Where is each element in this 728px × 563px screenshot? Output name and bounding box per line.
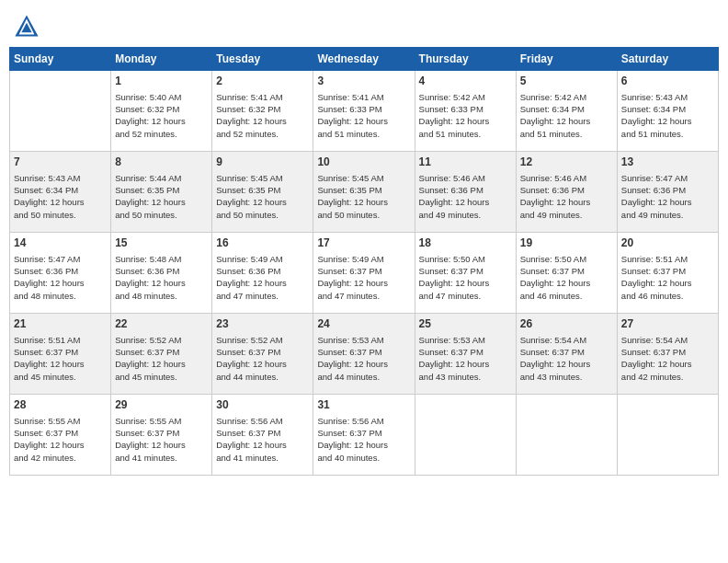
- day-info: Sunrise: 5:53 AM Sunset: 6:37 PM Dayligh…: [419, 334, 512, 383]
- day-number: 25: [419, 316, 512, 332]
- day-cell: 7Sunrise: 5:43 AM Sunset: 6:34 PM Daylig…: [10, 152, 111, 233]
- day-cell: [415, 395, 516, 476]
- week-row-3: 14Sunrise: 5:47 AM Sunset: 6:36 PM Dayli…: [10, 233, 719, 314]
- logo-icon: [14, 14, 40, 40]
- day-number: 29: [115, 397, 208, 413]
- day-cell: [617, 395, 718, 476]
- logo: [14, 14, 41, 40]
- day-info: Sunrise: 5:44 AM Sunset: 6:35 PM Dayligh…: [115, 172, 208, 221]
- day-cell: [10, 71, 111, 152]
- day-cell: [516, 395, 617, 476]
- column-header-monday: Monday: [111, 48, 212, 71]
- day-cell: 23Sunrise: 5:52 AM Sunset: 6:37 PM Dayli…: [212, 314, 313, 395]
- day-cell: 27Sunrise: 5:54 AM Sunset: 6:37 PM Dayli…: [617, 314, 718, 395]
- day-info: Sunrise: 5:56 AM Sunset: 6:37 PM Dayligh…: [317, 415, 410, 464]
- day-cell: 10Sunrise: 5:45 AM Sunset: 6:35 PM Dayli…: [313, 152, 415, 233]
- day-number: 23: [216, 316, 309, 332]
- column-header-tuesday: Tuesday: [212, 48, 313, 71]
- calendar-body: 1Sunrise: 5:40 AM Sunset: 6:32 PM Daylig…: [10, 71, 719, 476]
- day-number: 24: [317, 316, 410, 332]
- day-number: 2: [216, 74, 309, 89]
- day-number: 4: [419, 74, 512, 89]
- calendar-header: SundayMondayTuesdayWednesdayThursdayFrid…: [10, 48, 719, 71]
- day-number: 18: [419, 236, 512, 251]
- day-cell: 12Sunrise: 5:46 AM Sunset: 6:36 PM Dayli…: [516, 152, 617, 233]
- day-number: 26: [520, 316, 613, 332]
- day-info: Sunrise: 5:47 AM Sunset: 6:36 PM Dayligh…: [621, 172, 714, 221]
- day-number: 13: [621, 155, 714, 170]
- day-info: Sunrise: 5:47 AM Sunset: 6:36 PM Dayligh…: [14, 253, 107, 302]
- day-number: 5: [520, 74, 613, 89]
- day-cell: 15Sunrise: 5:48 AM Sunset: 6:36 PM Dayli…: [111, 233, 212, 314]
- day-cell: 2Sunrise: 5:41 AM Sunset: 6:32 PM Daylig…: [212, 71, 313, 152]
- day-info: Sunrise: 5:56 AM Sunset: 6:37 PM Dayligh…: [216, 415, 309, 464]
- day-number: 22: [115, 316, 208, 332]
- day-cell: 14Sunrise: 5:47 AM Sunset: 6:36 PM Dayli…: [10, 233, 111, 314]
- day-cell: 8Sunrise: 5:44 AM Sunset: 6:35 PM Daylig…: [111, 152, 212, 233]
- day-info: Sunrise: 5:46 AM Sunset: 6:36 PM Dayligh…: [520, 172, 613, 221]
- day-cell: 29Sunrise: 5:55 AM Sunset: 6:37 PM Dayli…: [111, 395, 212, 476]
- week-row-2: 7Sunrise: 5:43 AM Sunset: 6:34 PM Daylig…: [10, 152, 719, 233]
- day-info: Sunrise: 5:54 AM Sunset: 6:37 PM Dayligh…: [621, 334, 714, 383]
- day-number: 21: [14, 316, 107, 332]
- week-row-4: 21Sunrise: 5:51 AM Sunset: 6:37 PM Dayli…: [10, 314, 719, 395]
- day-number: 3: [317, 74, 410, 89]
- day-info: Sunrise: 5:51 AM Sunset: 6:37 PM Dayligh…: [621, 253, 714, 302]
- day-info: Sunrise: 5:53 AM Sunset: 6:37 PM Dayligh…: [317, 334, 410, 383]
- day-cell: 26Sunrise: 5:54 AM Sunset: 6:37 PM Dayli…: [516, 314, 617, 395]
- day-cell: 20Sunrise: 5:51 AM Sunset: 6:37 PM Dayli…: [617, 233, 718, 314]
- day-number: 8: [115, 155, 208, 170]
- day-info: Sunrise: 5:52 AM Sunset: 6:37 PM Dayligh…: [115, 334, 208, 383]
- day-number: 1: [115, 74, 208, 89]
- day-info: Sunrise: 5:41 AM Sunset: 6:32 PM Dayligh…: [216, 91, 309, 140]
- day-info: Sunrise: 5:51 AM Sunset: 6:37 PM Dayligh…: [14, 334, 107, 383]
- day-cell: 25Sunrise: 5:53 AM Sunset: 6:37 PM Dayli…: [415, 314, 516, 395]
- day-number: 9: [216, 155, 309, 170]
- day-cell: 19Sunrise: 5:50 AM Sunset: 6:37 PM Dayli…: [516, 233, 617, 314]
- day-info: Sunrise: 5:43 AM Sunset: 6:34 PM Dayligh…: [621, 91, 714, 140]
- day-info: Sunrise: 5:42 AM Sunset: 6:34 PM Dayligh…: [520, 91, 613, 140]
- page-header: [9, 9, 719, 40]
- day-info: Sunrise: 5:55 AM Sunset: 6:37 PM Dayligh…: [14, 415, 107, 464]
- day-cell: 9Sunrise: 5:45 AM Sunset: 6:35 PM Daylig…: [212, 152, 313, 233]
- day-info: Sunrise: 5:52 AM Sunset: 6:37 PM Dayligh…: [216, 334, 309, 383]
- day-cell: 28Sunrise: 5:55 AM Sunset: 6:37 PM Dayli…: [10, 395, 111, 476]
- column-header-friday: Friday: [516, 48, 617, 71]
- day-info: Sunrise: 5:45 AM Sunset: 6:35 PM Dayligh…: [216, 172, 309, 221]
- day-cell: 5Sunrise: 5:42 AM Sunset: 6:34 PM Daylig…: [516, 71, 617, 152]
- day-number: 31: [317, 397, 410, 413]
- column-header-wednesday: Wednesday: [313, 48, 415, 71]
- day-number: 28: [14, 397, 107, 413]
- day-cell: 22Sunrise: 5:52 AM Sunset: 6:37 PM Dayli…: [111, 314, 212, 395]
- day-number: 30: [216, 397, 309, 413]
- day-number: 19: [520, 236, 613, 251]
- day-number: 20: [621, 236, 714, 251]
- day-number: 7: [14, 155, 107, 170]
- day-cell: 13Sunrise: 5:47 AM Sunset: 6:36 PM Dayli…: [617, 152, 718, 233]
- day-cell: 17Sunrise: 5:49 AM Sunset: 6:37 PM Dayli…: [313, 233, 415, 314]
- calendar-table: SundayMondayTuesdayWednesdayThursdayFrid…: [9, 47, 719, 476]
- day-cell: 11Sunrise: 5:46 AM Sunset: 6:36 PM Dayli…: [415, 152, 516, 233]
- day-info: Sunrise: 5:46 AM Sunset: 6:36 PM Dayligh…: [419, 172, 512, 221]
- day-info: Sunrise: 5:55 AM Sunset: 6:37 PM Dayligh…: [115, 415, 208, 464]
- week-row-1: 1Sunrise: 5:40 AM Sunset: 6:32 PM Daylig…: [10, 71, 719, 152]
- day-info: Sunrise: 5:40 AM Sunset: 6:32 PM Dayligh…: [115, 91, 208, 140]
- day-number: 12: [520, 155, 613, 170]
- day-info: Sunrise: 5:45 AM Sunset: 6:35 PM Dayligh…: [317, 172, 410, 221]
- week-row-5: 28Sunrise: 5:55 AM Sunset: 6:37 PM Dayli…: [10, 395, 719, 476]
- day-info: Sunrise: 5:41 AM Sunset: 6:33 PM Dayligh…: [317, 91, 410, 140]
- column-header-thursday: Thursday: [415, 48, 516, 71]
- day-cell: 6Sunrise: 5:43 AM Sunset: 6:34 PM Daylig…: [617, 71, 718, 152]
- day-number: 17: [317, 236, 410, 251]
- day-number: 14: [14, 236, 107, 251]
- day-cell: 21Sunrise: 5:51 AM Sunset: 6:37 PM Dayli…: [10, 314, 111, 395]
- day-number: 6: [621, 74, 714, 89]
- day-cell: 31Sunrise: 5:56 AM Sunset: 6:37 PM Dayli…: [313, 395, 415, 476]
- day-info: Sunrise: 5:50 AM Sunset: 6:37 PM Dayligh…: [520, 253, 613, 302]
- day-number: 16: [216, 236, 309, 251]
- day-info: Sunrise: 5:42 AM Sunset: 6:33 PM Dayligh…: [419, 91, 512, 140]
- day-cell: 1Sunrise: 5:40 AM Sunset: 6:32 PM Daylig…: [111, 71, 212, 152]
- day-number: 10: [317, 155, 410, 170]
- day-info: Sunrise: 5:49 AM Sunset: 6:36 PM Dayligh…: [216, 253, 309, 302]
- day-cell: 16Sunrise: 5:49 AM Sunset: 6:36 PM Dayli…: [212, 233, 313, 314]
